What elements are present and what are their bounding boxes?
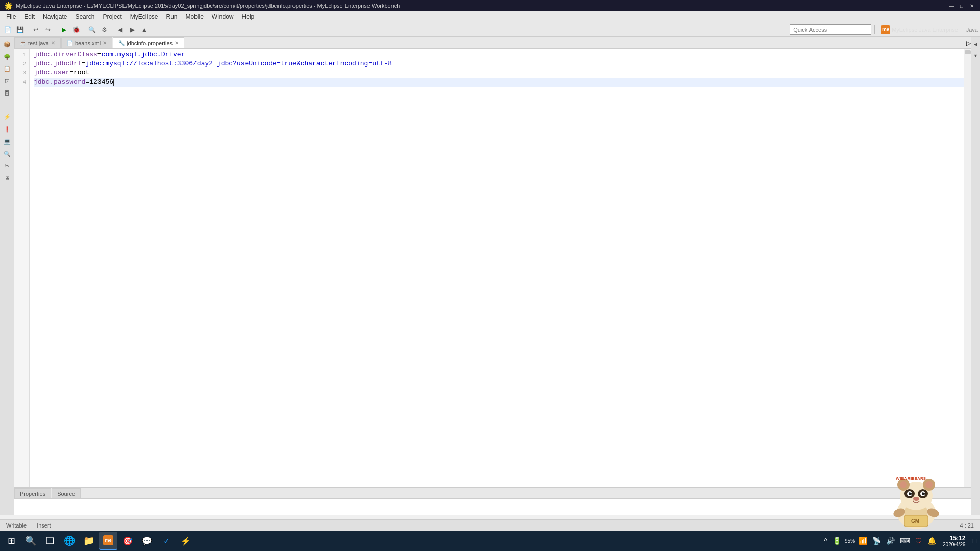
sidebar-icon-5[interactable]: 🗄 <box>2 88 13 99</box>
window-title: MyEclipse Java Enterprise - E:/MYECLIPSE… <box>16 3 947 9</box>
sidebar-icon-6[interactable]: ⚡ <box>2 111 13 122</box>
status-insert: Insert <box>37 522 51 529</box>
menu-item-help[interactable]: Help <box>238 12 259 21</box>
tab-test.java[interactable]: ☕test.java✕ <box>14 37 61 48</box>
tray-icon-misc[interactable]: ⌨ <box>898 537 912 545</box>
menu-item-file[interactable]: File <box>2 12 20 21</box>
toolbar-sep-4 <box>112 25 112 34</box>
scrollbar-thumb[interactable] <box>965 50 971 54</box>
line-number-1: 1 <box>14 50 29 59</box>
sidebar-icon-3[interactable]: 📋 <box>2 63 13 74</box>
status-bar: Writable Insert 4 : 21 <box>0 519 980 531</box>
toolbar-sep-2 <box>56 25 56 34</box>
run-button[interactable]: ▶ <box>58 24 69 35</box>
new-button[interactable]: 📄 <box>2 24 13 35</box>
start-button[interactable]: ⊞ <box>2 532 20 550</box>
tab-close[interactable]: ✕ <box>51 40 55 46</box>
tab-label: test.java <box>28 40 49 46</box>
svg-point-15 <box>913 497 919 501</box>
toolbar-left: 📄 💾 ↩ ↪ ▶ 🐞 🔍 ⚙ ◀ ▶ ▲ <box>2 24 150 35</box>
menu-item-run[interactable]: Run <box>162 12 181 21</box>
tray-icon-notification[interactable]: □ <box>971 537 978 545</box>
right-sidebar: ◀ ▼ <box>971 37 980 515</box>
save-button[interactable]: 💾 <box>14 24 26 35</box>
lightning-taskbar-button[interactable]: ⚡ <box>177 532 195 550</box>
bottom-tab-properties[interactable]: Properties <box>14 488 51 498</box>
sidebar-icon-4[interactable]: ☑ <box>2 76 13 87</box>
clock[interactable]: 15:12 2020/4/29 <box>940 535 969 547</box>
svg-point-14 <box>923 492 924 493</box>
status-writable: Writable <box>6 522 27 529</box>
taskview-button[interactable]: ❑ <box>41 532 59 550</box>
tab-icon: ☕ <box>20 40 26 46</box>
menu-item-window[interactable]: Window <box>208 12 238 21</box>
menu-item-edit[interactable]: Edit <box>20 12 39 21</box>
menu-item-project[interactable]: Project <box>99 12 126 21</box>
close-button[interactable]: ✕ <box>968 2 976 10</box>
tab-icon: 📄 <box>67 40 73 46</box>
sidebar-icon-9[interactable]: 🔍 <box>2 148 13 159</box>
undo-button[interactable]: ↩ <box>30 24 41 35</box>
right-sidebar-icon-1[interactable]: ◀ <box>970 39 981 50</box>
up-button[interactable]: ▲ <box>139 24 150 35</box>
sidebar-icon-10[interactable]: ✂ <box>2 160 13 171</box>
app1-taskbar-button[interactable]: 🎯 <box>118 532 137 550</box>
sidebar-icon-8[interactable]: 💻 <box>2 136 13 147</box>
right-scrollbar[interactable] <box>964 49 971 487</box>
tray-icon-antivirus[interactable]: 🛡 <box>914 537 924 545</box>
myeclipse-logo: me MyEclipse Java Enterprise <box>878 25 961 34</box>
edge-button[interactable]: 🌐 <box>60 532 79 550</box>
left-sidebar: 📦 🌳 📋 ☑ 🗄 ⚡ ❗ 💻 🔍 ✂ 🖥 <box>0 37 14 515</box>
bottom-tab-source[interactable]: Source <box>52 488 81 498</box>
tab-icon: 🔧 <box>118 40 125 46</box>
tab-close[interactable]: ✕ <box>103 40 107 46</box>
svg-text:BEARS: BEARS <box>912 476 926 481</box>
search-button[interactable]: 🔍 <box>86 24 97 35</box>
myeclipse-taskbar-button[interactable]: me <box>99 532 117 550</box>
tray-notify[interactable]: 🔔 <box>926 537 938 545</box>
prev-button[interactable]: ◀ <box>114 24 126 35</box>
tab-beans.xml[interactable]: 📄beans.xml✕ <box>61 37 112 48</box>
menu-item-myeclipse[interactable]: MyEclipse <box>126 12 162 21</box>
sidebar-icon-11[interactable]: 🖥 <box>2 172 13 184</box>
toolbar-right: me MyEclipse Java Enterprise Java <box>790 24 978 35</box>
tab-label: beans.xml <box>75 40 101 46</box>
sidebar-icon-7[interactable]: ❗ <box>2 123 13 135</box>
minimize-button[interactable]: — <box>947 2 955 10</box>
code-line-1: jdbc.dirverClass=com.mysql.jdbc.Driver <box>34 50 964 59</box>
menu-item-mobile[interactable]: Mobile <box>182 12 208 21</box>
sidebar-icon-1[interactable]: 📦 <box>2 39 13 50</box>
quick-access-input[interactable] <box>790 24 871 35</box>
next-button[interactable]: ▶ <box>127 24 138 35</box>
tray-icon-wifi[interactable]: 📡 <box>871 537 883 545</box>
main-area: 📦 🌳 📋 ☑ 🗄 ⚡ ❗ 💻 🔍 ✂ 🖥 ☕test.java✕📄beans.… <box>0 37 980 515</box>
toolbar: 📄 💾 ↩ ↪ ▶ 🐞 🔍 ⚙ ◀ ▶ ▲ me MyEclipse Java … <box>0 22 980 37</box>
tray-icon-speaker[interactable]: 🔊 <box>885 537 896 545</box>
code-editor[interactable]: 1234 jdbc.dirverClass=com.mysql.jdbc.Dri… <box>14 49 971 487</box>
checkmark-taskbar-button[interactable]: ✓ <box>157 532 176 550</box>
tray-icon-1[interactable]: ^ <box>822 537 829 545</box>
search-taskbar-button[interactable]: 🔍 <box>21 532 40 550</box>
tabs-container: ☕test.java✕📄beans.xml✕🔧jdbcinfo.properti… <box>14 37 185 48</box>
tab-label: jdbcinfo.properties <box>127 40 173 46</box>
code-content[interactable]: jdbc.dirverClass=com.mysql.jdbc.Driverjd… <box>30 49 964 487</box>
sidebar-icon-2[interactable]: 🌳 <box>2 51 13 62</box>
debug-button[interactable]: 🐞 <box>70 24 82 35</box>
redo-button[interactable]: ↪ <box>42 24 54 35</box>
menu-item-search[interactable]: Search <box>71 12 99 21</box>
tab-close[interactable]: ✕ <box>175 40 179 46</box>
tab-jdbcinfo.properties[interactable]: 🔧jdbcinfo.properties✕ <box>113 37 184 48</box>
tray-icon-battery[interactable]: 🔋 <box>831 537 843 545</box>
right-sidebar-icon-2[interactable]: ▼ <box>970 50 981 61</box>
svg-point-4 <box>900 481 907 488</box>
explorer-button[interactable]: 📁 <box>80 532 98 550</box>
maximize-button[interactable]: □ <box>958 2 966 10</box>
tray-icon-network[interactable]: 📶 <box>857 537 869 545</box>
settings-button[interactable]: ⚙ <box>99 24 110 35</box>
wechat-taskbar-button[interactable]: 💬 <box>138 532 156 550</box>
code-lines-container: jdbc.dirverClass=com.mysql.jdbc.Driverjd… <box>34 50 964 87</box>
me-icon: me <box>881 25 890 34</box>
line-numbers: 1234 <box>14 49 30 487</box>
menu-item-navigate[interactable]: Navigate <box>39 12 71 21</box>
battery-percent: 95% <box>845 538 855 544</box>
